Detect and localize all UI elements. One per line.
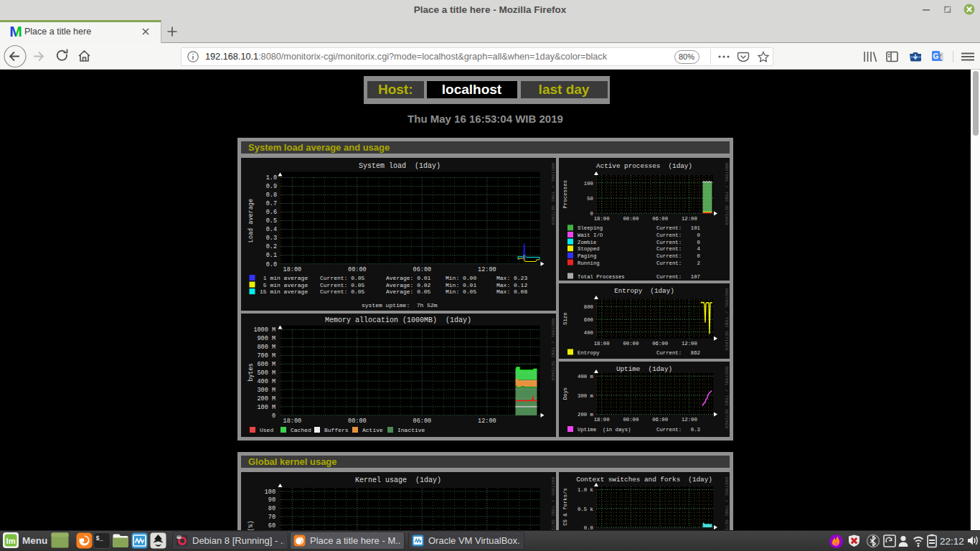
svg-text:Zombie: Zombie xyxy=(578,240,596,245)
svg-text:50: 50 xyxy=(587,196,593,202)
svg-text:800 M: 800 M xyxy=(257,344,275,351)
svg-text:Max: 0.23: Max: 0.23 xyxy=(496,275,527,281)
svg-text:Current:: Current: xyxy=(656,240,682,245)
svg-text:Min: 0.00: Min: 0.00 xyxy=(446,275,476,281)
svg-text:0.0: 0.0 xyxy=(584,525,593,530)
svg-text:300 m: 300 m xyxy=(578,393,593,399)
svg-text:Current:: Current: xyxy=(656,427,682,433)
svg-text:Current:: Current: xyxy=(656,260,682,266)
svg-text:12:00: 12:00 xyxy=(682,216,697,222)
svg-text:18:00: 18:00 xyxy=(594,417,610,423)
svg-text:Paging: Paging xyxy=(578,253,596,259)
svg-text:Cached: Cached xyxy=(291,427,311,433)
svg-text:0.4: 0.4 xyxy=(266,226,277,233)
svg-text:0: 0 xyxy=(697,253,700,259)
svg-text:0.5: 0.5 xyxy=(266,217,277,225)
svg-text:(%): (%) xyxy=(248,520,255,530)
svg-text:400 m: 400 m xyxy=(578,374,593,380)
svg-text:18:00: 18:00 xyxy=(283,418,302,425)
svg-text:80: 80 xyxy=(268,505,275,512)
svg-text:Current:: Current: xyxy=(656,253,682,259)
svg-text:system uptime: 7h 52m: system uptime: 7h 52m xyxy=(362,302,438,309)
svg-text:600 M: 600 M xyxy=(257,361,275,368)
svg-text:Current: 0.05: Current: 0.05 xyxy=(320,275,365,281)
svg-text:Inactive: Inactive xyxy=(397,427,425,433)
svg-text:Uptime (in days): Uptime (in days) xyxy=(578,427,631,433)
svg-text:700 M: 700 M xyxy=(257,352,275,359)
svg-text:Average: 0.01: Average: 0.01 xyxy=(386,275,431,281)
svg-text:06:00: 06:00 xyxy=(652,341,668,347)
svg-text:0.5 k: 0.5 k xyxy=(578,507,594,512)
svg-text:Average: 0.02: Average: 0.02 xyxy=(386,282,431,288)
svg-text:Current:: Current: xyxy=(656,232,682,238)
svg-text:400 M: 400 M xyxy=(257,378,275,385)
svg-text:Min: 0.01: Min: 0.01 xyxy=(446,282,476,288)
svg-text:1.0 k: 1.0 k xyxy=(578,487,594,493)
svg-text:0.9: 0.9 xyxy=(266,183,277,190)
svg-text:70: 70 xyxy=(268,514,275,521)
svg-text:Current: 0.05: Current: 0.05 xyxy=(320,288,365,295)
svg-text:4: 4 xyxy=(697,246,701,252)
svg-text:Processes: Processes xyxy=(562,180,568,208)
svg-text:600: 600 xyxy=(584,317,593,323)
svg-text:RRDTOOL / TOBI OETIKER: RRDTOOL / TOBI OETIKER xyxy=(550,319,555,381)
svg-text:06:00: 06:00 xyxy=(413,266,432,273)
svg-text:Current:: Current: xyxy=(656,350,682,356)
svg-text:Current: 0.05: Current: 0.05 xyxy=(320,282,365,288)
svg-text:0: 0 xyxy=(590,211,593,217)
svg-text:Size: Size xyxy=(562,312,568,325)
svg-text:15 min average: 15 min average xyxy=(260,288,308,295)
svg-text:RRDTOOL / TOBI OETIKER: RRDTOOL / TOBI OETIKER xyxy=(724,477,729,530)
svg-text:18:00: 18:00 xyxy=(283,266,302,273)
svg-text:0: 0 xyxy=(272,413,275,420)
svg-text:Wait I/O: Wait I/O xyxy=(578,232,603,238)
svg-text:0: 0 xyxy=(697,232,700,238)
svg-text:Memory allocation (1000MB) (1: Memory allocation (1000MB) (1day) xyxy=(325,316,471,324)
svg-text:00:00: 00:00 xyxy=(623,216,639,222)
svg-text:0.7: 0.7 xyxy=(266,200,277,207)
svg-text:G: G xyxy=(933,52,939,60)
svg-text:100: 100 xyxy=(265,489,275,496)
svg-text:18:00: 18:00 xyxy=(594,216,610,222)
svg-text:Used: Used xyxy=(260,427,273,433)
svg-text:1.0: 1.0 xyxy=(266,174,277,182)
svg-text:101: 101 xyxy=(691,225,701,231)
svg-text:Context switches and forks (1: Context switches and forks (1day) xyxy=(576,476,712,484)
svg-text:Current:: Current: xyxy=(656,225,682,231)
svg-text:00:00: 00:00 xyxy=(623,341,639,347)
svg-text:100: 100 xyxy=(584,181,593,187)
svg-text:0.6: 0.6 xyxy=(266,209,277,216)
svg-text:Buffers: Buffers xyxy=(324,427,349,433)
svg-text:$_: $_ xyxy=(96,535,104,542)
svg-text:12:00: 12:00 xyxy=(682,417,697,423)
svg-text:Running: Running xyxy=(578,260,600,266)
svg-text:1000 M: 1000 M xyxy=(253,326,275,334)
svg-text:Active processes (1day): Active processes (1day) xyxy=(596,162,692,170)
svg-text:System load (1day): System load (1day) xyxy=(359,162,440,170)
svg-text:22:12: 22:12 xyxy=(940,536,964,547)
svg-text:1 min average: 1 min average xyxy=(260,275,308,281)
svg-text:12:00: 12:00 xyxy=(478,418,496,425)
svg-text:06:00: 06:00 xyxy=(652,216,668,222)
svg-text:862: 862 xyxy=(691,350,700,356)
svg-text:Active: Active xyxy=(362,427,383,433)
svg-text:60: 60 xyxy=(268,522,275,529)
svg-text:200 M: 200 M xyxy=(257,395,275,402)
svg-text:0.0: 0.0 xyxy=(266,261,277,268)
svg-text:Average: 0.05: Average: 0.05 xyxy=(386,288,431,295)
svg-text:107: 107 xyxy=(691,274,700,280)
svg-text:800: 800 xyxy=(584,304,593,310)
svg-text:00:00: 00:00 xyxy=(348,418,367,425)
svg-text:RRDTOOL / TOBI OETIKER: RRDTOOL / TOBI OETIKER xyxy=(724,288,729,351)
svg-text:Min: 0.05: Min: 0.05 xyxy=(446,288,476,295)
svg-text:12:00: 12:00 xyxy=(682,341,697,347)
svg-text:RRDTOOL / TOBI OETIKER: RRDTOOL / TOBI OETIKER xyxy=(550,163,555,225)
svg-text:Entropy: Entropy xyxy=(578,350,600,356)
svg-text:00:00: 00:00 xyxy=(623,417,639,423)
svg-text:Max: 0.08: Max: 0.08 xyxy=(496,288,527,295)
svg-text:900 M: 900 M xyxy=(257,335,275,342)
svg-text:Kernel usage (1day): Kernel usage (1day) xyxy=(355,476,441,484)
svg-text:5 min average: 5 min average xyxy=(260,282,308,288)
svg-text:Days: Days xyxy=(562,387,568,400)
svg-text:06:00: 06:00 xyxy=(652,417,668,423)
